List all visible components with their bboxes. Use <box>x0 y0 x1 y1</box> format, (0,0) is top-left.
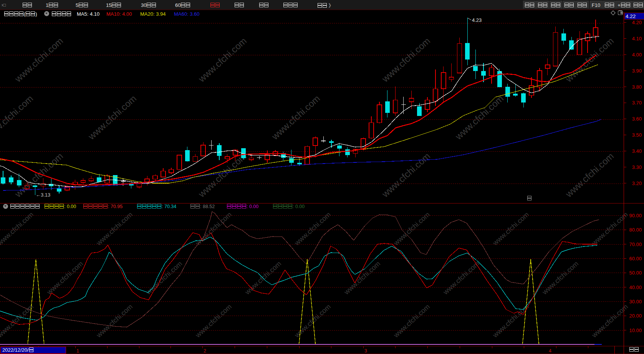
svg-text:4.10: 4.10 <box>632 36 642 41</box>
svg-text:4.22: 4.22 <box>626 13 636 19</box>
svg-text:4: 4 <box>549 348 551 354</box>
svg-text:3.40: 3.40 <box>632 148 642 154</box>
svg-text:4.00: 4.00 <box>632 52 642 58</box>
svg-text:30.00: 30.00 <box>629 299 642 304</box>
svg-text:10.00: 10.00 <box>629 328 642 333</box>
svg-text:3.20: 3.20 <box>632 180 642 186</box>
svg-text:3: 3 <box>364 348 367 354</box>
svg-text:1: 1 <box>76 348 79 354</box>
svg-text:70.00: 70.00 <box>629 242 642 247</box>
svg-text:60.00: 60.00 <box>629 256 642 261</box>
svg-text:80.00: 80.00 <box>629 227 642 233</box>
svg-text:4.23: 4.23 <box>472 17 482 23</box>
svg-text:3.80: 3.80 <box>632 84 642 90</box>
svg-text:←3.13: ←3.13 <box>36 192 50 198</box>
svg-text:20.00: 20.00 <box>629 313 642 319</box>
svg-text:3.30: 3.30 <box>632 164 642 170</box>
svg-text:3.90: 3.90 <box>632 68 642 74</box>
svg-text:40.00: 40.00 <box>629 285 642 290</box>
svg-text:50.00: 50.00 <box>629 270 642 276</box>
svg-text:90.00: 90.00 <box>629 213 642 218</box>
svg-text:3.70: 3.70 <box>632 100 642 106</box>
svg-text:4.20: 4.20 <box>632 20 642 25</box>
svg-text:2: 2 <box>204 348 206 354</box>
svg-text:3.50: 3.50 <box>632 132 642 138</box>
svg-text:3.60: 3.60 <box>632 116 642 122</box>
